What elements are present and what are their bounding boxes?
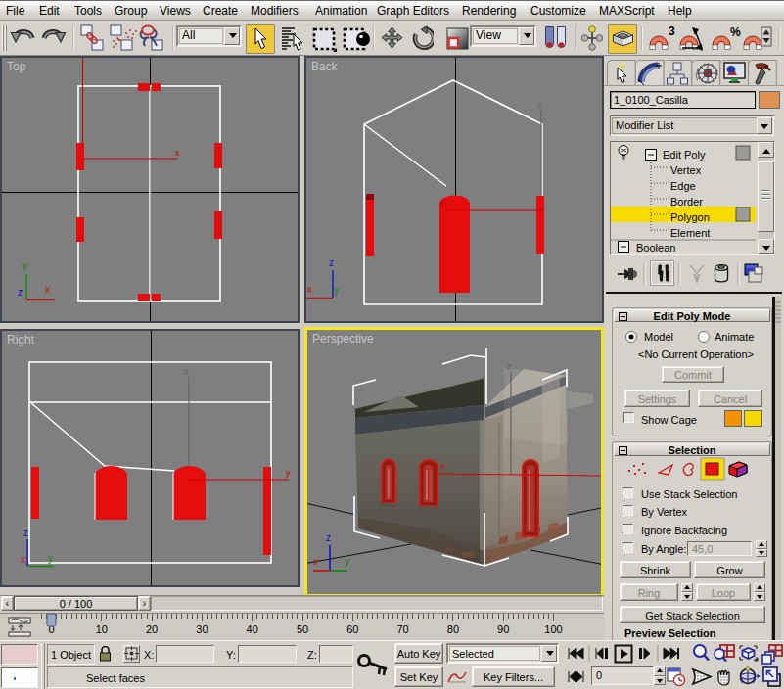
svg-text:x: x (440, 461, 445, 471)
svg-text:Edit Poly: Edit Poly (663, 149, 706, 161)
svg-text:60: 60 (346, 623, 358, 635)
svg-text:10: 10 (96, 623, 108, 635)
svg-text:x: x (175, 148, 180, 158)
svg-text:z: z (326, 532, 331, 543)
svg-text:y: y (23, 260, 27, 271)
svg-text:50: 50 (297, 623, 308, 635)
svg-text:x: x (45, 284, 50, 295)
svg-text:Vertex: Vertex (670, 164, 702, 176)
svg-text:Border: Border (670, 196, 703, 207)
svg-text:z: z (507, 361, 512, 371)
svg-text:Element: Element (670, 227, 710, 239)
svg-text:<No Current Operation>: <No Current Operation> (638, 348, 754, 360)
svg-text:y: y (48, 553, 53, 564)
svg-text:80: 80 (447, 623, 459, 635)
svg-text:Boolean: Boolean (636, 242, 675, 253)
svg-text:70: 70 (396, 623, 408, 635)
svg-text:x: x (313, 556, 318, 567)
svg-text:y: y (345, 556, 349, 567)
svg-text:z: z (537, 100, 542, 110)
svg-text:z: z (18, 287, 23, 298)
svg-text:100: 100 (544, 623, 562, 635)
svg-text:x: x (307, 284, 312, 295)
svg-text:z: z (329, 257, 334, 268)
svg-text:30: 30 (196, 623, 208, 635)
svg-text:z: z (184, 367, 189, 377)
svg-text:90: 90 (497, 623, 509, 635)
svg-text:x: x (440, 199, 445, 208)
svg-text:z: z (23, 528, 28, 538)
svg-text:x: x (21, 554, 25, 565)
svg-text:y: y (286, 468, 291, 478)
svg-text:Animate: Animate (715, 331, 754, 343)
svg-text:Edge: Edge (670, 180, 696, 192)
svg-text:Polygon: Polygon (670, 211, 710, 223)
svg-text:y: y (334, 285, 339, 296)
svg-text:%: % (730, 25, 741, 39)
svg-text:Model: Model (644, 331, 673, 343)
svg-text:40: 40 (247, 623, 258, 635)
svg-text:20: 20 (146, 623, 158, 635)
svg-text:3: 3 (669, 24, 675, 38)
